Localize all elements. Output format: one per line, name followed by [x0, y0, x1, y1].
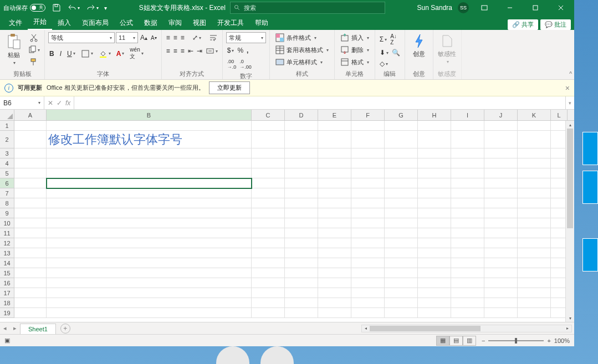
cell[interactable]: 修改工作簿默认字体字号 — [47, 131, 252, 148]
username[interactable]: Sun Sandra — [417, 4, 452, 12]
sort-filter-icon[interactable]: A↓Z — [389, 32, 398, 47]
zoom-slider[interactable] — [488, 340, 544, 341]
cell[interactable] — [47, 168, 252, 178]
cell[interactable] — [351, 168, 385, 178]
page-layout-view-icon[interactable]: ▤ — [449, 336, 463, 346]
cell[interactable] — [484, 131, 518, 148]
cell[interactable] — [14, 288, 47, 298]
maximize-icon[interactable] — [525, 0, 545, 16]
cell[interactable] — [451, 218, 484, 228]
cell[interactable] — [14, 218, 47, 228]
font-color-icon[interactable]: A▾ — [115, 49, 126, 59]
cell[interactable] — [418, 168, 451, 178]
scroll-up-icon[interactable]: ▴ — [566, 121, 574, 129]
zoom-in-icon[interactable]: + — [547, 337, 550, 344]
cell[interactable] — [418, 198, 451, 208]
align-center-icon[interactable]: ≡ — [172, 46, 178, 56]
cell[interactable] — [484, 168, 518, 178]
cell[interactable] — [351, 188, 385, 198]
cell[interactable] — [14, 228, 47, 238]
cell[interactable] — [285, 238, 318, 248]
cell[interactable] — [318, 198, 351, 208]
cell[interactable] — [252, 158, 285, 168]
cell[interactable] — [418, 288, 451, 298]
cell[interactable] — [484, 268, 518, 278]
cell[interactable] — [385, 148, 418, 158]
cell[interactable] — [252, 278, 285, 288]
delete-cells-button[interactable]: 删除▾ — [338, 44, 371, 55]
cell[interactable] — [418, 188, 451, 198]
cell[interactable] — [318, 148, 351, 158]
cell[interactable] — [252, 258, 285, 268]
cancel-formula-icon[interactable]: ✕ — [48, 99, 53, 107]
cell[interactable] — [451, 158, 484, 168]
tab-developer[interactable]: 开发工具 — [212, 16, 249, 30]
cell[interactable] — [14, 168, 47, 178]
decrease-indent-icon[interactable]: ⇤ — [187, 46, 195, 56]
row-header[interactable]: 10 — [0, 218, 14, 228]
scroll-left-icon[interactable]: ◂ — [362, 325, 370, 332]
cell[interactable] — [318, 228, 351, 238]
sheet-nav-prev-icon[interactable]: ◂ — [0, 325, 10, 332]
cell[interactable] — [318, 298, 351, 308]
cell[interactable] — [385, 218, 418, 228]
save-icon[interactable] — [51, 2, 62, 13]
cell[interactable] — [47, 298, 252, 308]
cell[interactable] — [351, 228, 385, 238]
row-header[interactable]: 16 — [0, 278, 14, 288]
row-header[interactable]: 5 — [0, 168, 14, 178]
cell[interactable] — [518, 178, 551, 188]
cell[interactable] — [285, 188, 318, 198]
cell[interactable] — [318, 288, 351, 298]
cell[interactable] — [14, 131, 47, 148]
tab-review[interactable]: 审阅 — [163, 16, 187, 30]
row-header[interactable]: 7 — [0, 188, 14, 198]
cell[interactable] — [14, 238, 47, 248]
format-cells-button[interactable]: 格式▾ — [338, 57, 371, 68]
cell[interactable] — [518, 258, 551, 268]
cell[interactable] — [451, 308, 484, 318]
cell[interactable] — [318, 168, 351, 178]
cell[interactable] — [47, 198, 252, 208]
cell[interactable] — [385, 288, 418, 298]
close-icon[interactable] — [551, 0, 571, 16]
column-header[interactable]: L — [551, 110, 568, 120]
format-painter-icon[interactable] — [27, 57, 41, 68]
cell[interactable] — [318, 308, 351, 318]
cell[interactable] — [14, 121, 47, 131]
cell[interactable] — [451, 258, 484, 268]
cell[interactable] — [252, 228, 285, 238]
column-header[interactable]: C — [252, 110, 285, 120]
cell[interactable] — [285, 258, 318, 268]
cell[interactable] — [484, 238, 518, 248]
cell[interactable] — [318, 278, 351, 288]
cell[interactable] — [351, 238, 385, 248]
cell[interactable] — [518, 268, 551, 278]
cell[interactable] — [351, 258, 385, 268]
row-header[interactable]: 8 — [0, 198, 14, 208]
font-size-combo[interactable]: 11▾ — [116, 32, 138, 43]
row-header[interactable]: 11 — [0, 228, 14, 238]
cell[interactable] — [451, 198, 484, 208]
column-header[interactable]: A — [14, 110, 47, 120]
cell[interactable] — [47, 248, 252, 258]
cell[interactable] — [385, 278, 418, 288]
cell[interactable] — [385, 208, 418, 218]
cell[interactable] — [518, 168, 551, 178]
font-name-combo[interactable]: 等线▾ — [48, 32, 115, 43]
cell[interactable] — [351, 298, 385, 308]
row-header[interactable]: 6 — [0, 178, 14, 188]
cell[interactable] — [484, 288, 518, 298]
cell[interactable] — [451, 131, 484, 148]
autosum-icon[interactable]: Σ▾ — [379, 34, 388, 44]
align-top-icon[interactable]: ≡ — [165, 33, 171, 43]
cell[interactable] — [484, 258, 518, 268]
cell[interactable] — [252, 148, 285, 158]
cell[interactable] — [451, 268, 484, 278]
cell[interactable] — [285, 218, 318, 228]
find-icon[interactable]: 🔍 — [391, 48, 401, 58]
row-header[interactable]: 17 — [0, 288, 14, 298]
wrap-text-icon[interactable] — [208, 32, 219, 43]
row-header[interactable]: 9 — [0, 208, 14, 218]
cell[interactable] — [285, 298, 318, 308]
